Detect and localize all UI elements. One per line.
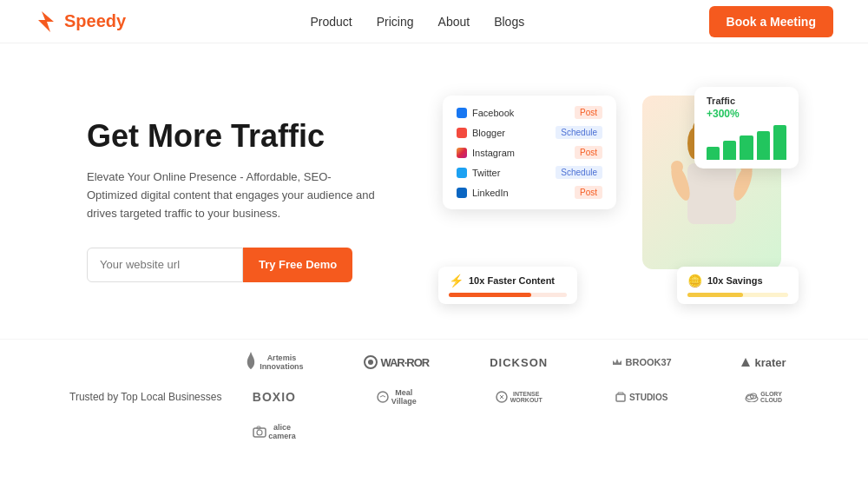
bar-3	[740, 135, 753, 160]
svg-point-12	[378, 392, 388, 402]
hero-input-row: Try Free Demo	[87, 248, 382, 282]
artemis-flame-icon	[245, 350, 257, 374]
bar-4	[757, 131, 770, 160]
traffic-title: Traffic	[707, 96, 786, 106]
instagram-icon	[457, 148, 467, 158]
social-row-facebook: Facebook Post	[457, 106, 602, 119]
svg-marker-11	[741, 358, 750, 367]
brook-crown-icon	[611, 356, 623, 368]
instagram-badge: Post	[575, 146, 602, 159]
svg-point-10	[368, 360, 373, 365]
bar-2	[723, 141, 736, 160]
social-media-card: Facebook Post Blogger Schedule Instagram…	[443, 96, 616, 209]
meal-icon	[377, 391, 389, 403]
svg-point-19	[257, 430, 262, 435]
logo-alice-camera: alicecamera	[221, 418, 326, 446]
facebook-badge: Post	[575, 106, 602, 119]
workout-icon	[496, 391, 508, 403]
linkedin-badge: Post	[575, 186, 602, 199]
twitter-icon	[457, 168, 467, 178]
faster-icon: ⚡	[449, 274, 464, 287]
bar-1	[707, 147, 720, 160]
logo-krater: krater	[711, 348, 816, 376]
blogger-badge: Schedule	[556, 126, 602, 139]
logo-boxio: BOXIO	[221, 383, 326, 411]
logo-brook37: BROOK37	[589, 348, 694, 376]
logos-grid: ArtemisInnovations WAR·ROR DICKSON BROOK…	[221, 348, 816, 446]
logo-artemis: ArtemisInnovations	[221, 348, 326, 376]
trusted-section: Trusted by Top Local Businesses ArtemisI…	[0, 339, 868, 454]
studios-icon	[615, 391, 627, 403]
svg-rect-4	[687, 163, 736, 224]
nav-about[interactable]: About	[438, 15, 470, 29]
hero-subtitle: Elevate Your Online Presence - Affordabl…	[87, 169, 382, 222]
traffic-card: Traffic +300%	[694, 87, 799, 169]
svg-rect-14	[616, 394, 625, 401]
faster-content-card: ⚡ 10x Faster Content	[438, 267, 577, 304]
try-free-demo-button[interactable]: Try Free Demo	[243, 248, 352, 282]
website-url-input[interactable]	[87, 248, 243, 282]
logo-intense-workout: INTENSEWORKOUT	[466, 383, 571, 411]
logo-studios: STUDIOS	[589, 383, 694, 411]
logo-meal-village: MealVillage	[344, 383, 449, 411]
hero-dashboard: Facebook Post Blogger Schedule Instagram…	[434, 87, 799, 313]
warrior-gear-icon	[364, 355, 378, 369]
faster-bar-bg	[449, 293, 567, 297]
svg-point-7	[671, 161, 683, 173]
blogger-icon	[457, 128, 467, 138]
traffic-bars	[707, 125, 786, 160]
logo[interactable]: Speedy	[35, 10, 126, 34]
trusted-label: Trusted by Top Local Businesses	[69, 390, 221, 405]
logo-text: Speedy	[64, 11, 126, 31]
svg-marker-0	[38, 11, 54, 32]
social-row-blogger: Blogger Schedule	[457, 126, 602, 139]
bar-5	[773, 125, 786, 160]
twitter-badge: Schedule	[556, 166, 602, 179]
faster-title: ⚡ 10x Faster Content	[449, 274, 567, 287]
glory-cloud-icon	[745, 392, 759, 402]
logo-glory-cloud: GLORYCLOUD	[711, 383, 816, 411]
book-meeting-button[interactable]: Book a Meeting	[709, 6, 833, 37]
social-row-linkedin: LinkedIn Post	[457, 186, 602, 199]
faster-bar-fill	[449, 293, 531, 297]
social-row-twitter: Twitter Schedule	[457, 166, 602, 179]
nav-blogs[interactable]: Blogs	[494, 15, 524, 29]
krater-triangle-icon	[740, 357, 751, 367]
savings-icon: 🪙	[687, 274, 702, 287]
savings-title: 🪙 10x Savings	[687, 274, 788, 287]
traffic-percentage: +300%	[707, 108, 786, 120]
hero-title: Get More Traffic	[87, 117, 382, 155]
savings-card: 🪙 10x Savings	[677, 267, 799, 304]
linkedin-icon	[457, 188, 467, 198]
savings-bar-bg	[687, 293, 788, 297]
navbar: Speedy Product Pricing About Blogs Book …	[0, 0, 868, 43]
nav-pricing[interactable]: Pricing	[377, 15, 414, 29]
hero-left: Get More Traffic Elevate Your Online Pre…	[87, 117, 382, 282]
speedy-logo-icon	[35, 10, 59, 34]
social-row-instagram: Instagram Post	[457, 146, 602, 159]
nav-links: Product Pricing About Blogs	[311, 14, 525, 30]
logo-dickson: DICKSON	[466, 348, 571, 376]
nav-product[interactable]: Product	[311, 15, 352, 29]
facebook-icon	[457, 108, 467, 118]
camera-icon	[253, 426, 266, 438]
logo-warrior: WAR·ROR	[344, 348, 449, 376]
savings-bar-fill	[687, 293, 743, 297]
hero-section: Get More Traffic Elevate Your Online Pre…	[0, 43, 868, 339]
